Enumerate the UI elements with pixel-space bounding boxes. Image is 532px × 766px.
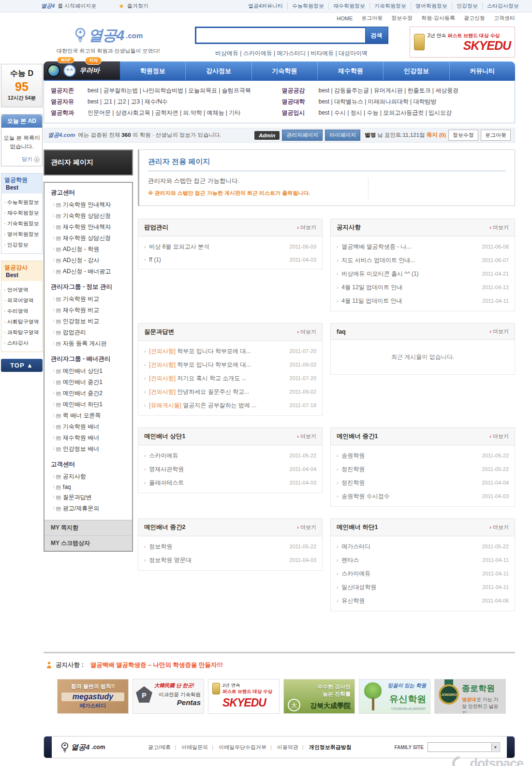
sidebar-menu-item[interactable]: └▤메인배너 중간1 [44, 377, 132, 388]
panel-item[interactable]: ›비상 6월 모의고사 분석2011-06-03 [144, 240, 316, 253]
skyedu-banner[interactable]: 2년 연속 퍼스트 브랜드 대상 수상 SKYEDU [410, 27, 515, 58]
panel-item[interactable]: ›4월 12일 업데이트 안내2011-04-12 [337, 280, 509, 294]
sidebar-menu-item[interactable]: └▤재수학원 안내책자 [44, 221, 132, 233]
panel-item[interactable]: ›펜타스2011-04-11 [337, 553, 509, 567]
best-hakwon-item[interactable]: · 인강정보 [4, 239, 40, 250]
footer-link-email-refusal[interactable]: 이메일무단수집거부 [219, 744, 266, 750]
best-hakwon-item[interactable]: · 기숙학원정보 [4, 218, 40, 229]
close-ad-link[interactable]: 닫기 [22, 156, 32, 162]
nav-item-jaesu[interactable]: 재수학원 [317, 62, 383, 80]
panel-item[interactable]: ›[건의사항] 학부모 입니다 학부모에 대...2011-07-20 [144, 344, 316, 358]
footer-link-ad[interactable]: 광고/제휴 [148, 744, 171, 750]
panel-item[interactable]: ›플래쉬테스트2011-04-03 [144, 476, 316, 489]
panel-item[interactable]: ›정진학원2011-05-22 [337, 462, 509, 476]
top-link-community[interactable]: 열공4커뮤니티 [244, 2, 287, 10]
best-gangsa-item[interactable]: · 언어영역 [4, 284, 40, 295]
notice-text[interactable]: 열공백배 열공학생증 – 나만의 학생증을 만들자!!! [90, 661, 223, 669]
sidebar-menu-item[interactable]: └▤기숙학원 상담신청 [44, 210, 132, 221]
panel-item[interactable]: ›송원학원2011-05-22 [337, 449, 509, 462]
admin-badge-button[interactable]: Admin [254, 131, 280, 140]
panel-item[interactable]: ›유신학원2011-04-06 [337, 594, 509, 607]
sidebar-menu-item[interactable]: └▤기숙학원 안내책자 [44, 199, 132, 210]
banner-youshin[interactable]: 믿음이 있는 학원 유신학원 YOUSHIN ACADEMY [359, 679, 430, 714]
sidebar-menu-item[interactable]: └▤퀵 배너 오른쪽 [44, 410, 132, 421]
more-button[interactable]: ›더보기 [297, 224, 316, 231]
top-link-ingang[interactable]: 인강정보 [452, 2, 482, 10]
mascot-label[interactable]: 우러바 [79, 66, 100, 75]
footer-link-privacy[interactable]: 개인정보취급방침 [309, 744, 352, 750]
panel-item[interactable]: ›ff (1)2011-04-03 [144, 253, 316, 265]
customer-center-link[interactable]: 고객센터 [494, 15, 515, 22]
sidebar-menu-item[interactable]: └▤AD신청 - 배너광고 [44, 266, 132, 277]
subnav-links[interactable]: best | 대학별뉴스 | 미래의나의대학 | 대학탐방 [319, 98, 508, 106]
banner-megastudy[interactable]: 합격 불변의 법칙!! megastudy 메가스터디 [57, 679, 129, 714]
best-hakwon-item[interactable]: · 재수학원정보 [4, 207, 40, 218]
smiley-icon[interactable]: ^ ^ [63, 64, 76, 77]
search-input[interactable] [195, 27, 365, 44]
sidebar-menu-item[interactable]: └▤인강정보 배너 [44, 443, 132, 455]
sidebar-menu-item[interactable]: └▤자동 등록 게시판 [44, 338, 132, 349]
best-gangsa-item[interactable]: · 과학탐구영역 [4, 327, 40, 338]
favorite-link[interactable]: 즐겨찾기 [127, 2, 148, 10]
panel-item[interactable]: ›스카이에듀2011-05-22 [144, 449, 316, 462]
sidebar-menu-item[interactable]: └▤기숙학원 배너 [44, 421, 132, 432]
nav-item-gisuk[interactable]: 기숙학원 [251, 62, 317, 80]
more-button[interactable]: ›더보기 [489, 433, 509, 440]
my-page-button[interactable]: 마이페이지 [325, 130, 360, 141]
subnav-links[interactable]: best | 수시 | 정시 | 수능 | 모의고사등급컷 | 입시요강 [319, 109, 508, 117]
best-gangsa-item[interactable]: · 외국어영역 [4, 295, 40, 306]
footer-link-email[interactable]: 이메일문의 [181, 744, 208, 750]
family-site-select[interactable]: ▼ [428, 742, 500, 752]
nav-item-hakwon[interactable]: 학원정보 [120, 62, 185, 80]
logout-button[interactable]: 로그아웃 [481, 130, 511, 141]
knowledge-bubble[interactable]: 지식 [85, 57, 102, 65]
top-link-english[interactable]: 영어학원정보 [411, 2, 452, 10]
nav-item-community[interactable]: 커뮤니티 [449, 62, 515, 80]
search-button[interactable]: 검색 [365, 27, 388, 44]
panel-item[interactable]: ›[건의사항] 학부모 입니다 학부모에 대...2011-09-02 [144, 358, 316, 371]
memo-link[interactable]: 쪽지 (0) [427, 132, 446, 138]
best-hakwon-item[interactable]: · 영어학원정보 [4, 229, 40, 239]
sidebar-menu-item[interactable]: └▤인강정보 비교 [44, 316, 132, 327]
footer-link-terms[interactable]: 이용약관 [277, 744, 298, 750]
panel-item[interactable]: ›4월 11일 업데이트 안내2011-04-11 [337, 294, 509, 308]
more-button[interactable]: ›더보기 [297, 433, 316, 440]
ad-apply-link[interactable]: 광고신청 [464, 15, 485, 22]
start-page-link[interactable]: 를 시작페이지로 [58, 2, 96, 10]
sidebar-menu-item[interactable]: └▤질문과답변 [44, 492, 132, 503]
best-hakwon-item[interactable]: · 수능학원정보 [4, 197, 40, 207]
subnav-links[interactable]: best | 고1 | 고2 | 고3 | 재수/N수 [88, 98, 277, 106]
chevron-up-icon[interactable]: ∧ [34, 157, 40, 162]
panel-item[interactable]: ›메가스터디2011-05-22 [337, 540, 509, 553]
more-button[interactable]: ›더보기 [297, 524, 316, 531]
panel-item[interactable]: ›스카이에듀2011-04-11 [337, 567, 509, 580]
sidebar-menu-item[interactable]: └▤공지사항 [44, 471, 132, 482]
scroll-top-button[interactable]: TOP ▲ [1, 359, 43, 372]
more-button[interactable]: ›더보기 [489, 524, 509, 531]
nav-item-ingang[interactable]: 인강정보 [383, 62, 449, 80]
top-link-gisuk[interactable]: 기숙학원정보 [369, 2, 411, 10]
home-link[interactable]: HOME [337, 15, 353, 21]
sidebar-menu-item[interactable]: └▤메인배너 하단1 [44, 399, 132, 410]
panel-item[interactable]: ›[유해게시물] 열공지존 공부잘하는 법에 ...2011-07-18 [144, 398, 316, 412]
quick-links[interactable]: 비상에듀 | 스카이에듀 | 메가스터디 | 비타에듀 | 대성마이맥 [180, 49, 403, 58]
more-button[interactable]: ›더보기 [297, 328, 316, 336]
logo-area[interactable]: 열공4 .com 대한민국 최고의 학원과 선생님들이 모였다! [44, 25, 173, 55]
footer-logo[interactable]: 열공4.com [60, 741, 105, 753]
edit-info-link[interactable]: 정보수정 [391, 15, 413, 22]
register-link[interactable]: 학원·강사등록 [421, 15, 455, 22]
panel-item[interactable]: ›송원학원 수시접수2011-04-03 [337, 489, 509, 503]
top-link-suneung[interactable]: 수능학원정보 [287, 2, 328, 10]
sidebar-menu-item[interactable]: └▤재수학원 상담신청 [44, 233, 132, 244]
panel-item[interactable]: ›정보학원2011-05-22 [144, 540, 316, 553]
banner-jongro[interactable]: JONGRO 종로학원 명문대로 가는 가장 안전하고 넓은 길 [434, 679, 506, 714]
sidebar-menu-item[interactable]: └▤메인배너 상단1 [44, 366, 132, 377]
banner-pentas[interactable]: P 大韓民國 단 한곳! 이과전문 기숙학원 Pentas [133, 679, 204, 714]
sidebar-menu-item[interactable]: └▤AD신청 - 학원 [44, 244, 132, 255]
panel-item[interactable]: ›열공백배 열공학생증 - 나...2011-06-08 [337, 240, 509, 253]
best-gangsa-item[interactable]: · 사회탐구영역 [4, 316, 40, 327]
top-link-star[interactable]: 스타강사정보 [482, 2, 523, 10]
panel-item[interactable]: ›영재사관학원2011-04-04 [144, 462, 316, 476]
my-memo-box[interactable]: MY 쪽지함 [44, 520, 132, 535]
subnav-links[interactable]: best | 공부잘하는법 | 나만의학습비법 | 오늘의목표 | 슬럼프극복 [88, 87, 277, 95]
